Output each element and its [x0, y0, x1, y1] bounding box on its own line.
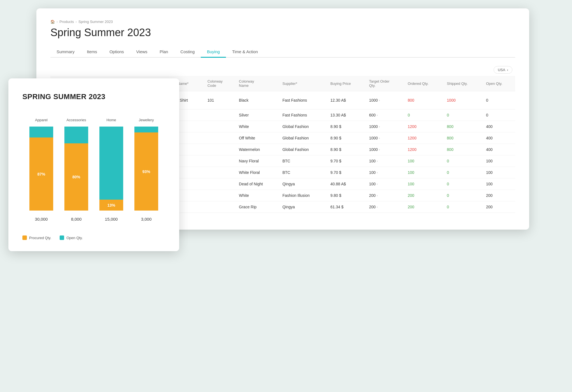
bar-total-label: 8,000 — [71, 217, 82, 221]
expand-icon[interactable]: › — [377, 205, 378, 209]
cell-open-qty: 400 — [482, 121, 515, 132]
page-title: Spring Summer 2023 — [50, 27, 515, 39]
chart-window: SPRING SUMMER 2023 Apparel 87% 30,000 Ac… — [8, 78, 179, 251]
cell-shipped-qty: 0 — [443, 190, 482, 201]
cell-supplier: BTC — [279, 155, 326, 167]
cell-supplier: Qingya — [279, 201, 326, 213]
legend-open-dot — [60, 235, 64, 240]
chart-bar-group: Accessories 80% 8,000 — [64, 118, 88, 221]
cell-open-qty: 0 — [482, 91, 515, 109]
cell-target-order-qty: 600 › — [365, 109, 404, 121]
tab-summary[interactable]: Summary — [50, 46, 81, 58]
cell-colorway-name: Grace Rip — [235, 201, 278, 213]
bar-procured-segment: 80% — [64, 143, 88, 211]
tab-plan[interactable]: Plan — [153, 46, 174, 58]
bar-procured-segment: 87% — [29, 137, 53, 211]
bar-total-label: 30,000 — [35, 217, 48, 221]
tab-items[interactable]: Items — [81, 46, 103, 58]
bar-wrapper: 80% — [64, 127, 88, 211]
cell-shipped-qty: 0 — [443, 201, 482, 213]
cell-supplier: Fast Fashions — [279, 91, 326, 109]
cell-colorway-name: White Floral — [235, 167, 278, 178]
cell-colorway-name: Silver — [235, 109, 278, 121]
cell-buying-price: 8.90 $ — [326, 132, 365, 144]
bar-open-segment — [64, 127, 88, 143]
cell-colorway-code: 101 — [204, 91, 235, 109]
cell-buying-price: 13.30 A$ — [326, 109, 365, 121]
cell-supplier: Fashion Illusion — [279, 190, 326, 201]
th-target-order-qty[interactable]: Target OrderQty. — [365, 76, 404, 91]
th-ordered-qty[interactable]: Ordered Qty. — [404, 76, 443, 91]
cell-ordered-qty: 100 — [404, 155, 443, 167]
chart-bars: Apparel 87% 30,000 Accessories 80% 8,000… — [22, 115, 165, 221]
region-selector[interactable]: USA ‹ — [494, 66, 512, 74]
tab-options[interactable]: Options — [103, 46, 130, 58]
expand-icon[interactable]: › — [379, 125, 380, 128]
region-label: USA — [498, 68, 505, 72]
cell-ordered-qty: 800 — [404, 91, 443, 109]
chevron-left-icon: ‹ — [507, 68, 508, 72]
legend-open: Open Qty. — [60, 235, 83, 240]
cell-ordered-qty: 1200 — [404, 132, 443, 144]
bar-wrapper: 87% — [29, 127, 53, 211]
cell-ordered-qty: 100 — [404, 178, 443, 190]
cell-colorway-name: Navy Floral — [235, 155, 278, 167]
cell-shipped-qty: 800 — [443, 132, 482, 144]
legend-open-label: Open Qty. — [66, 236, 83, 240]
tab-time-action[interactable]: Time & Action — [226, 46, 264, 58]
th-supplier[interactable]: Supplier* — [279, 76, 326, 91]
legend-procured-dot — [22, 235, 27, 240]
bar-open-segment — [134, 127, 158, 132]
cell-colorway-name: Dead of Night — [235, 178, 278, 190]
cell-buying-price: 12.30 A$ — [326, 91, 365, 109]
tab-costing[interactable]: Costing — [174, 46, 201, 58]
cell-colorway-code — [204, 167, 235, 178]
cell-buying-price: 9.70 $ — [326, 167, 365, 178]
chart-title: SPRING SUMMER 2023 — [22, 92, 165, 101]
cell-supplier: Global Fashion — [279, 144, 326, 155]
cell-shipped-qty: 800 — [443, 121, 482, 132]
cell-target-order-qty: 200 › — [365, 190, 404, 201]
cell-open-qty: 100 — [482, 167, 515, 178]
expand-icon[interactable]: › — [377, 113, 378, 117]
th-colorway-name[interactable]: ColorwayName — [235, 76, 278, 91]
cell-buying-price: 9.80 $ — [326, 190, 365, 201]
bar-wrapper: 93% — [134, 127, 158, 211]
cell-colorway-code — [204, 132, 235, 144]
cell-shipped-qty: 0 — [443, 178, 482, 190]
cell-shipped-qty: 0 — [443, 109, 482, 121]
tab-views[interactable]: Views — [130, 46, 154, 58]
tab-buying[interactable]: Buying — [201, 46, 226, 58]
expand-icon[interactable]: › — [379, 136, 380, 140]
th-buying-price[interactable]: Buying Price — [326, 76, 365, 91]
cell-open-qty: 0 — [482, 109, 515, 121]
expand-icon[interactable]: › — [377, 194, 378, 197]
bar-total-label: 15,000 — [105, 217, 118, 221]
cell-ordered-qty: 0 — [404, 109, 443, 121]
cell-colorway-code — [204, 155, 235, 167]
cell-buying-price: 8.90 $ — [326, 144, 365, 155]
cell-buying-price: 8.90 $ — [326, 121, 365, 132]
expand-icon[interactable]: › — [377, 182, 378, 186]
expand-icon[interactable]: › — [377, 159, 378, 163]
cell-colorway-code — [204, 109, 235, 121]
th-colorway-code[interactable]: ColorwayCode — [204, 76, 235, 91]
cell-shipped-qty: 0 — [443, 167, 482, 178]
expand-icon[interactable]: › — [379, 148, 380, 151]
cell-shipped-qty: 800 — [443, 144, 482, 155]
cell-colorway-name: White — [235, 190, 278, 201]
cell-open-qty: 400 — [482, 144, 515, 155]
breadcrumb: 🏠 › Products › Spring Summer 2023 — [50, 20, 515, 24]
th-open-qty[interactable]: Open Qty. — [482, 76, 515, 91]
cell-shipped-qty: 1000 — [443, 91, 482, 109]
breadcrumb-products[interactable]: Products — [59, 20, 74, 24]
cell-colorway-code — [204, 190, 235, 201]
bar-category-label: Jewellery — [139, 118, 154, 122]
expand-icon[interactable]: › — [377, 171, 378, 174]
expand-icon[interactable]: › — [379, 99, 380, 102]
th-shipped-qty[interactable]: Shipped Qty. — [443, 76, 482, 91]
cell-target-order-qty: 200 › — [365, 201, 404, 213]
home-icon[interactable]: 🏠 — [50, 20, 55, 24]
cell-shipped-qty: 0 — [443, 155, 482, 167]
tab-nav: Summary Items Options Views Plan Costing… — [50, 46, 515, 58]
